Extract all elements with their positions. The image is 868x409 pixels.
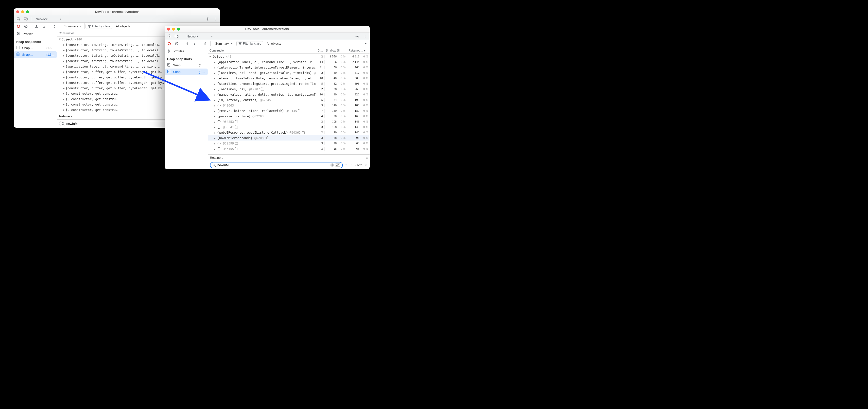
- all-objects-select[interactable]: All objects: [264, 42, 284, 46]
- svg-rect-11: [17, 53, 19, 56]
- search-icon: [212, 164, 216, 167]
- clear-button[interactable]: [174, 40, 180, 47]
- filter-input[interactable]: Filter by class: [86, 24, 113, 29]
- table-row[interactable]: ▶ {} @383993280 %680 %: [208, 141, 370, 146]
- zoom-icon[interactable]: [26, 10, 29, 13]
- filter-input[interactable]: Filter by class: [236, 41, 263, 46]
- table-row[interactable]: ▶ {} @4266351400 %1800 %: [208, 103, 370, 108]
- table-row[interactable]: ▶ {id, latency, entries} @623455240 %196…: [208, 97, 370, 103]
- search-count: 2 of 2: [354, 164, 362, 167]
- search-icon: [61, 122, 65, 125]
- next-match-icon[interactable]: ˅: [349, 163, 353, 167]
- svg-point-8: [19, 33, 19, 34]
- download-icon[interactable]: [191, 40, 198, 47]
- svg-rect-24: [167, 63, 170, 66]
- table-row[interactable]: ▶ {startTime, processingStart, processin…: [208, 81, 370, 86]
- window-icon: [267, 137, 269, 139]
- window-icon: [235, 142, 238, 145]
- svg-point-22: [169, 51, 170, 52]
- minimize-icon[interactable]: [21, 10, 24, 13]
- match-case-toggle[interactable]: Aa: [335, 164, 340, 167]
- menu-icon[interactable]: ≡: [366, 156, 368, 159]
- close-search-icon[interactable]: ×: [364, 163, 368, 167]
- more-tabs-icon[interactable]: »: [57, 17, 64, 21]
- table-row[interactable]: ▶ {} @464553280 %680 %: [208, 146, 370, 151]
- kebab-icon[interactable]: ⋮: [212, 17, 218, 21]
- table-row[interactable]: ▶ {loadTimes, csi, send, getVariableValu…: [208, 70, 370, 76]
- minimize-icon[interactable]: [172, 28, 175, 31]
- svg-line-20: [176, 42, 178, 45]
- table-row[interactable]: ▶ {element, timeToFirstByte, resourceLoa…: [208, 76, 370, 81]
- snapshot-icon: [167, 63, 171, 67]
- window-icon: [261, 88, 264, 90]
- close-icon[interactable]: [167, 28, 170, 31]
- gc-icon[interactable]: [202, 40, 209, 47]
- profiles-header: Profiles: [165, 47, 208, 55]
- svg-line-13: [64, 124, 65, 125]
- table-row[interactable]: ▶ {remove, before, after, replaceWith} @…: [208, 108, 370, 113]
- close-icon[interactable]: [16, 10, 19, 13]
- snapshot-item[interactable]: Snap…(1.6…: [14, 45, 57, 51]
- device-icon[interactable]: [174, 34, 180, 38]
- object-row[interactable]: ▶ Object ×45 2 1 556 0 % 6 616 0 %: [208, 54, 370, 59]
- all-objects-select[interactable]: All objects: [113, 24, 133, 28]
- chevron-down-icon[interactable]: ▾: [364, 42, 368, 46]
- table-row[interactable]: ▶ {webUIResponse, webUIListenerCallback}…: [208, 130, 370, 135]
- column-retained[interactable]: Retained…▼: [347, 47, 370, 54]
- table-row[interactable]: ▶ {nowInMicroseconds} @620393280 %960 %: [208, 135, 370, 141]
- window-icon: [235, 148, 238, 150]
- zoom-icon[interactable]: [177, 28, 180, 31]
- inspect-icon[interactable]: [166, 34, 173, 38]
- svg-rect-2: [26, 18, 27, 20]
- search-input[interactable]: ⓧ Aa: [210, 162, 343, 168]
- table-row[interactable]: ▶ {application_label, cl, command_line, …: [208, 59, 370, 65]
- record-button[interactable]: [166, 40, 173, 47]
- filter-icon: [88, 25, 91, 28]
- table-row[interactable]: ▶ {loadTimes, csi} @497072280 %2600 %: [208, 86, 370, 92]
- upload-icon[interactable]: [33, 23, 40, 30]
- kebab-icon[interactable]: ⋮: [362, 34, 368, 38]
- inspect-icon[interactable]: [15, 17, 22, 21]
- record-button[interactable]: [15, 23, 22, 30]
- sliders-icon[interactable]: [16, 32, 20, 36]
- table-row[interactable]: ▶ {name, value, rating, delta, entries, …: [208, 92, 370, 97]
- svg-point-18: [168, 42, 170, 45]
- svg-line-27: [215, 166, 216, 167]
- svg-point-21: [168, 50, 169, 51]
- summary-select[interactable]: Summary ▾: [213, 41, 235, 47]
- svg-point-17: [356, 36, 358, 37]
- tab-network[interactable]: Network: [33, 15, 56, 23]
- svg-rect-16: [177, 35, 178, 37]
- summary-select[interactable]: Summary ▾: [62, 23, 85, 29]
- table-row[interactable]: ▶ {interactionTarget, interactionTargetE…: [208, 65, 370, 70]
- table-row[interactable]: ▶ {} @5354131080 %1480 %: [208, 124, 370, 130]
- window-icon: [298, 110, 301, 112]
- svg-point-12: [62, 122, 64, 124]
- window-controls[interactable]: [16, 10, 29, 13]
- table-row[interactable]: ▶ {passive, capture} @622934200 %1600 %: [208, 113, 370, 119]
- retainers-label: Retainers ≡: [208, 154, 370, 161]
- svg-point-3: [207, 19, 208, 20]
- column-constructor[interactable]: Constructor: [208, 47, 316, 54]
- download-icon[interactable]: [41, 23, 47, 30]
- sliders-icon[interactable]: [167, 49, 171, 53]
- upload-icon[interactable]: [184, 40, 190, 47]
- clear-button[interactable]: [23, 23, 29, 30]
- tab-network[interactable]: Network: [184, 33, 207, 40]
- gc-icon[interactable]: [51, 23, 58, 30]
- window-icon: [235, 126, 238, 128]
- table-row[interactable]: ▶ {} @3425331080 %1480 %: [208, 119, 370, 124]
- settings-icon[interactable]: [354, 34, 360, 38]
- snapshot-item[interactable]: Snap…(1.6…: [14, 51, 57, 58]
- device-icon[interactable]: [23, 17, 29, 21]
- column-shallow[interactable]: Shallow Si…: [324, 47, 347, 54]
- clear-icon[interactable]: ⓧ: [331, 163, 334, 167]
- snapshot-item[interactable]: Snap…(1.…: [165, 68, 208, 75]
- window-controls[interactable]: [167, 28, 180, 31]
- profiles-header: Profiles: [14, 30, 57, 37]
- more-tabs-icon[interactable]: »: [208, 34, 215, 38]
- snapshot-item[interactable]: Snap…(1.…: [165, 62, 208, 68]
- settings-icon[interactable]: [204, 17, 211, 21]
- column-distance[interactable]: Di…: [316, 47, 324, 54]
- prev-match-icon[interactable]: ˄: [344, 163, 348, 167]
